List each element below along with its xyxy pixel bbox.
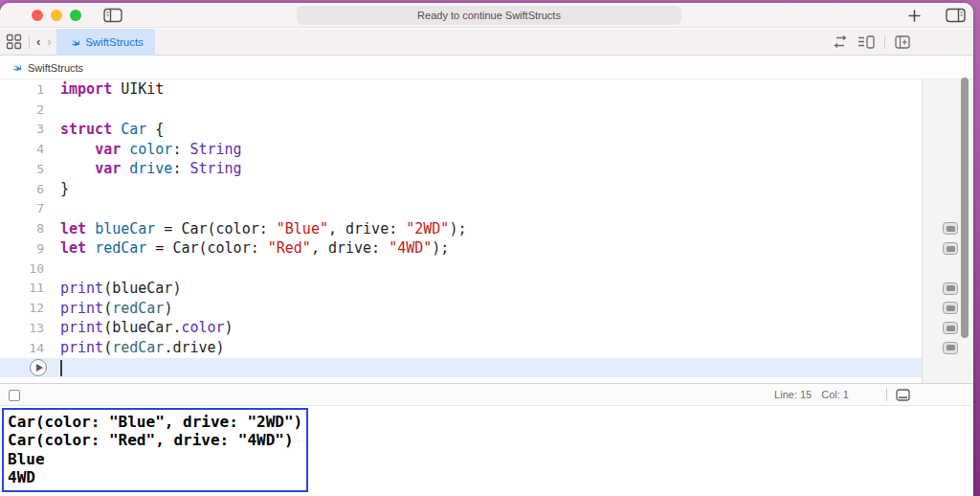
toggle-debug-area-icon[interactable] <box>896 389 910 401</box>
code-review-icon[interactable] <box>833 35 848 48</box>
tab-bar: ‹ › SwiftStructs <box>0 29 973 56</box>
result-thumbnail-icon <box>947 246 955 252</box>
code-text: let blueCar = Car(color: "Blue", drive: … <box>44 220 466 237</box>
code-text: print(redCar) <box>44 300 172 317</box>
status-col-number: Col: 1 <box>821 389 849 400</box>
code-line-2[interactable]: 2 <box>0 100 922 120</box>
code-editor[interactable]: 1import UIKit23struct Car {4 var color: … <box>0 79 922 383</box>
result-thumbnail-icon <box>947 345 955 350</box>
divider <box>29 35 30 49</box>
line-number: 12 <box>0 301 44 315</box>
editor-options-icon[interactable] <box>858 35 875 49</box>
code-line-11[interactable]: 11print(blueCar) <box>0 279 922 299</box>
code-text: } <box>44 180 69 197</box>
line-number: 14 <box>0 341 44 355</box>
code-text: print(redCar.drive) <box>44 339 225 356</box>
code-line-9[interactable]: 9let redCar = Car(color: "Red", drive: "… <box>0 238 922 259</box>
code-line-15[interactable] <box>0 358 922 378</box>
related-items-grid-icon[interactable] <box>6 34 22 50</box>
line-number: 8 <box>0 221 44 236</box>
jump-bar[interactable]: SwiftStructs <box>0 56 973 79</box>
console-output-line: Car(color: "Red", drive: "4WD") <box>8 431 301 449</box>
show-result-button-line-12[interactable] <box>943 302 958 314</box>
swift-file-icon <box>68 36 80 49</box>
code-text: struct Car { <box>44 121 164 138</box>
line-number: 1 <box>0 82 44 97</box>
code-text: let redCar = Car(color: "Red", drive: "4… <box>44 239 449 257</box>
line-number: 6 <box>0 182 44 196</box>
line-number: 2 <box>0 102 44 117</box>
line-number: 11 <box>0 281 44 295</box>
go-back-icon[interactable]: ‹ <box>36 34 40 49</box>
toggle-left-sidebar-icon[interactable] <box>103 8 122 23</box>
console-output-line: Car(color: "Blue", drive: "2WD") <box>8 413 301 431</box>
show-result-button-line-11[interactable] <box>943 282 958 295</box>
toggle-inspector-icon[interactable] <box>946 8 966 23</box>
code-line-4[interactable]: 4 var color: String <box>0 139 922 159</box>
minimize-window-button[interactable] <box>51 10 62 21</box>
run-playground-button[interactable] <box>30 359 47 376</box>
code-text: import UIKit <box>44 80 164 98</box>
result-thumbnail-icon <box>947 226 955 232</box>
text-cursor <box>60 360 62 376</box>
play-icon <box>36 364 43 372</box>
line-number: 13 <box>0 321 44 335</box>
show-result-button-line-8[interactable] <box>943 222 958 235</box>
result-thumbnail-icon <box>947 326 955 331</box>
console-area: Car(color: "Blue", drive: "2WD")Car(colo… <box>0 407 973 496</box>
zoom-window-button[interactable] <box>70 10 81 21</box>
code-line-7[interactable]: 7 <box>0 199 922 219</box>
result-thumbnail-icon <box>947 305 955 311</box>
code-text: print(blueCar) <box>44 280 181 297</box>
debug-bar: Line: 15 Col: 1 <box>0 383 973 406</box>
window-controls <box>32 10 81 21</box>
show-result-button-line-9[interactable] <box>943 242 958 255</box>
code-line-5[interactable]: 5 var drive: String <box>0 159 922 179</box>
code-text: var color: String <box>44 141 242 158</box>
line-number: 10 <box>0 261 44 276</box>
code-line-12[interactable]: 12print(redCar) <box>0 298 922 318</box>
show-result-button-line-14[interactable] <box>943 342 958 354</box>
code-text: print(blueCar.color) <box>44 319 234 336</box>
divider <box>884 35 885 49</box>
add-editor-icon[interactable] <box>895 35 910 49</box>
line-number: 9 <box>0 241 44 256</box>
code-line-3[interactable]: 3struct Car { <box>0 120 922 140</box>
editor-scrollbar[interactable] <box>961 78 969 338</box>
line-number: 5 <box>0 162 44 176</box>
tab-label: SwiftStructs <box>85 36 144 48</box>
code-line-8[interactable]: 8let blueCar = Car(color: "Blue", drive:… <box>0 218 922 238</box>
add-tab-icon[interactable] <box>907 9 922 23</box>
status-line-number: Line: 15 <box>774 389 812 400</box>
code-line-14[interactable]: 14print(redCar.drive) <box>0 338 922 358</box>
jump-bar-file-label: SwiftStructs <box>28 62 83 74</box>
close-window-button[interactable] <box>32 10 43 21</box>
result-thumbnail-icon <box>947 285 955 291</box>
line-number: 4 <box>0 142 44 156</box>
code-line-13[interactable]: 13print(blueCar.color) <box>0 318 922 338</box>
code-line-1[interactable]: 1import UIKit <box>0 79 922 100</box>
activity-status: Ready to continue SwiftStructs <box>297 6 681 25</box>
swift-file-icon <box>10 61 22 74</box>
console-output-line: Blue <box>8 450 301 468</box>
titlebar: Ready to continue SwiftStructs <box>0 3 973 28</box>
xcode-window: Ready to continue SwiftStructs ‹ › Swift… <box>0 3 973 496</box>
line-number: 7 <box>0 201 44 215</box>
code-line-10[interactable]: 10 <box>0 259 922 279</box>
tab-swiftstructs[interactable]: SwiftStructs <box>56 29 155 56</box>
code-line-6[interactable]: 6} <box>0 179 922 199</box>
divider <box>886 388 887 401</box>
code-text: var drive: String <box>44 160 242 177</box>
console-output-line: 4WD <box>8 468 301 486</box>
show-result-button-line-13[interactable] <box>943 322 958 334</box>
go-forward-icon[interactable]: › <box>47 34 51 49</box>
console-output: Car(color: "Blue", drive: "2WD")Car(colo… <box>2 408 308 492</box>
activity-status-text: Ready to continue SwiftStructs <box>417 10 561 21</box>
console-checkbox-icon[interactable] <box>9 390 20 401</box>
line-number: 3 <box>0 122 44 136</box>
